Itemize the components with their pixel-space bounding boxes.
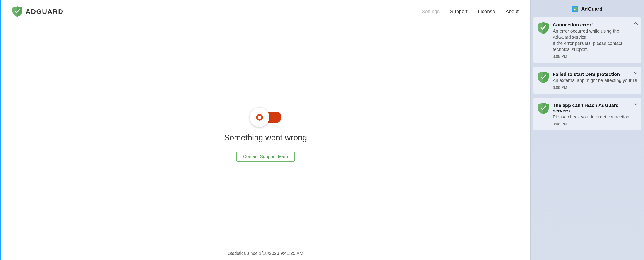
shield-check-icon bbox=[538, 22, 549, 34]
notification-panel-header: AdGuard bbox=[530, 0, 644, 17]
chevron-down-icon[interactable] bbox=[634, 72, 638, 74]
notification-title: The app can't reach AdGuard servers bbox=[553, 102, 637, 114]
notification-time: 3:09 PM bbox=[553, 86, 637, 90]
notification-body: Failed to start DNS protection An extern… bbox=[553, 72, 637, 90]
notification-time: 3:09 PM bbox=[553, 54, 637, 59]
protection-toggle[interactable] bbox=[250, 107, 282, 128]
chevron-up-icon[interactable] bbox=[634, 22, 638, 25]
main-window: ADGUARD Settings Support License About S… bbox=[0, 0, 530, 260]
notification-time: 3:08 PM bbox=[553, 122, 637, 126]
notification-list: Connection error! An error occurred whil… bbox=[530, 17, 644, 133]
notification-body: The app can't reach AdGuard servers Plea… bbox=[553, 102, 637, 126]
notification-body: Connection error! An error occurred whil… bbox=[553, 22, 637, 59]
notification-description: An error occurred while using the AdGuar… bbox=[553, 28, 637, 52]
notification-card[interactable]: Failed to start DNS protection An extern… bbox=[533, 66, 641, 94]
contact-support-button[interactable]: Contact Support Team bbox=[236, 152, 294, 162]
notification-card[interactable]: The app can't reach AdGuard servers Plea… bbox=[533, 98, 641, 130]
notification-panel: AdGuard Connection error! An error occur… bbox=[530, 0, 644, 260]
stats-since-label: Statistics since 1/18/2023 9:41:25 AM bbox=[1, 251, 530, 256]
notification-description: Please check your internet connection bbox=[553, 114, 637, 120]
shield-check-icon bbox=[538, 102, 549, 114]
adguard-small-shield-icon bbox=[572, 6, 578, 12]
notification-panel-title: AdGuard bbox=[581, 6, 602, 12]
notification-description: An external app might be affecting your … bbox=[553, 78, 637, 84]
error-heading: Something went wrong bbox=[224, 133, 307, 142]
notification-title: Connection error! bbox=[553, 22, 637, 28]
notification-title: Failed to start DNS protection bbox=[553, 72, 637, 77]
chevron-down-icon[interactable] bbox=[634, 102, 638, 105]
notification-card[interactable]: Connection error! An error occurred whil… bbox=[533, 17, 641, 63]
toggle-ring-icon bbox=[256, 114, 263, 121]
toggle-knob bbox=[250, 108, 269, 127]
shield-check-icon bbox=[538, 72, 549, 83]
main-content: Something went wrong Contact Support Tea… bbox=[1, 13, 530, 256]
